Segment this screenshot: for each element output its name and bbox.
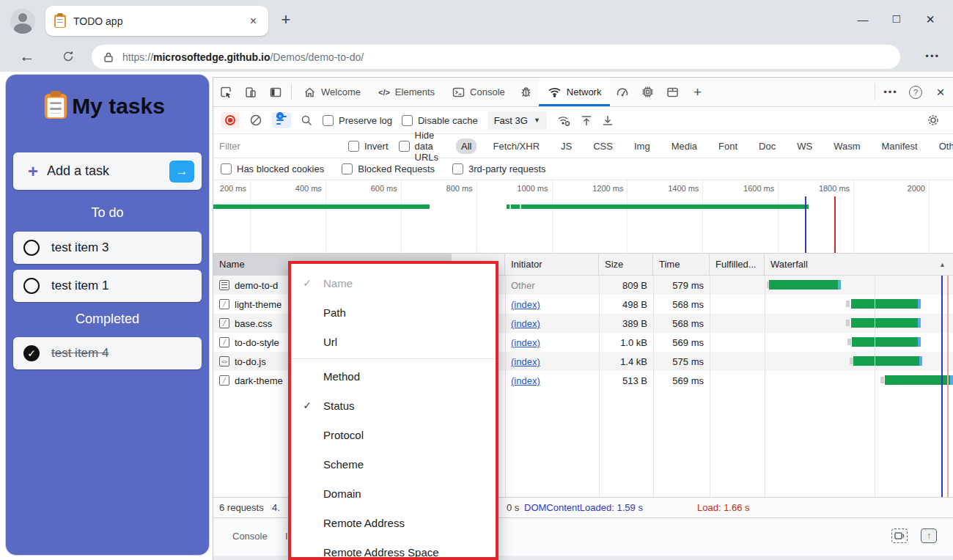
search-icon[interactable] bbox=[301, 114, 313, 127]
hide-data-urls-checkbox[interactable]: Hide data URLs bbox=[399, 130, 439, 163]
waterfall-bar[interactable] bbox=[885, 375, 951, 385]
initiator-link[interactable]: (index) bbox=[511, 375, 540, 386]
initiator-link[interactable]: (index) bbox=[511, 299, 540, 310]
filter-toggle-icon[interactable]: × bbox=[272, 112, 291, 128]
network-settings-gear-icon[interactable] bbox=[927, 114, 940, 127]
dock-side-icon[interactable] bbox=[263, 78, 288, 106]
filter-type-all[interactable]: All bbox=[456, 139, 476, 154]
disable-cache-checkbox[interactable]: Disable cache bbox=[402, 115, 478, 126]
waterfall-bar[interactable] bbox=[769, 280, 839, 290]
menu-item-url[interactable]: Url bbox=[291, 327, 496, 356]
waterfall-bar[interactable] bbox=[853, 356, 920, 366]
column-header-size[interactable]: Size bbox=[599, 254, 653, 275]
checkmark-icon: ✓ bbox=[291, 277, 323, 289]
filter-type-fetch-xhr[interactable]: Fetch/XHR bbox=[487, 139, 545, 154]
back-button[interactable]: ← bbox=[15, 41, 40, 72]
new-tab-button[interactable]: + bbox=[276, 10, 296, 29]
devtools-tab-welcome[interactable]: Welcome bbox=[295, 78, 369, 106]
memory-icon[interactable] bbox=[635, 78, 660, 106]
filter-type-other[interactable]: Other bbox=[934, 139, 953, 154]
browser-tab[interactable]: TODO app × bbox=[45, 6, 268, 36]
waterfall-bar[interactable] bbox=[852, 337, 919, 347]
has-blocked-cookies-checkbox[interactable]: Has blocked cookies bbox=[221, 163, 324, 174]
task-item[interactable]: test item 3 bbox=[13, 232, 202, 264]
devtools-tab-network[interactable]: Network bbox=[539, 78, 611, 106]
menu-item-remote-address-space[interactable]: Remote Address Space bbox=[291, 537, 496, 560]
clear-network-log-button[interactable] bbox=[249, 114, 262, 127]
initiator-link[interactable]: (index) bbox=[511, 318, 540, 329]
menu-item-protocol[interactable]: Protocol bbox=[291, 420, 496, 449]
filter-type-manifest[interactable]: Manifest bbox=[877, 139, 923, 154]
filter-type-media[interactable]: Media bbox=[666, 139, 702, 154]
size-cell: 1.4 kB bbox=[599, 352, 653, 371]
menu-item-status[interactable]: ✓Status bbox=[291, 391, 496, 420]
filter-type-img[interactable]: Img bbox=[629, 139, 655, 154]
waterfall-bar[interactable] bbox=[851, 318, 919, 328]
filter-type-font[interactable]: Font bbox=[713, 139, 743, 154]
add-task-field[interactable]: + Add a task → bbox=[13, 152, 202, 190]
record-network-log-button[interactable] bbox=[221, 112, 240, 128]
initiator-link[interactable]: (index) bbox=[511, 337, 540, 348]
menu-item-scheme[interactable]: Scheme bbox=[291, 449, 496, 479]
tab-close-icon[interactable]: × bbox=[247, 15, 260, 28]
filter-type-js[interactable]: JS bbox=[556, 139, 577, 154]
refresh-button[interactable] bbox=[56, 41, 81, 72]
filter-type-ws[interactable]: WS bbox=[792, 139, 817, 154]
devtools-tab-elements[interactable]: </>Elements bbox=[369, 78, 444, 106]
export-har-icon[interactable] bbox=[602, 114, 614, 127]
column-header-initiator[interactable]: Initiator bbox=[505, 254, 599, 275]
help-icon[interactable]: ? bbox=[903, 78, 928, 106]
waterfall-connect-tick bbox=[847, 339, 851, 345]
filter-type-css[interactable]: CSS bbox=[588, 139, 618, 154]
task-item[interactable]: test item 1 bbox=[13, 270, 202, 302]
throttling-dropdown[interactable]: Fast 3G▼ bbox=[487, 111, 547, 130]
stylesheet-file-icon: ╱ bbox=[219, 299, 229, 309]
3rd-party-requests-checkbox[interactable]: 3rd-party requests bbox=[452, 163, 546, 174]
stylesheet-file-icon: ╱ bbox=[219, 318, 229, 328]
device-emulation-icon[interactable] bbox=[238, 78, 263, 106]
invert-checkbox[interactable]: Invert bbox=[348, 141, 389, 152]
submit-task-button[interactable]: → bbox=[169, 161, 194, 183]
column-header-fulfilled[interactable]: Fulfilled... bbox=[710, 254, 765, 275]
waterfall-bar[interactable] bbox=[851, 299, 919, 309]
address-bar[interactable]: https://microsoftedge.github.io/Demos/de… bbox=[92, 45, 900, 69]
network-overview-timeline[interactable]: 200 ms400 ms600 ms800 ms1000 ms1200 ms14… bbox=[213, 180, 953, 254]
plus-icon[interactable]: + bbox=[685, 78, 710, 106]
close-window-button[interactable]: × bbox=[913, 6, 947, 32]
column-header-waterfall[interactable]: Waterfall▲ bbox=[765, 254, 953, 275]
column-header-time[interactable]: Time bbox=[653, 254, 710, 275]
menu-item-method[interactable]: Method bbox=[291, 361, 496, 391]
filter-input[interactable] bbox=[219, 141, 348, 152]
network-conditions-icon[interactable] bbox=[556, 114, 571, 127]
filter-type-wasm[interactable]: Wasm bbox=[828, 139, 865, 154]
profile-avatar[interactable] bbox=[10, 9, 35, 34]
initiator-link[interactable]: (index) bbox=[511, 356, 540, 367]
task-item[interactable]: ✓test item 4 bbox=[13, 337, 202, 369]
menu-item-domain[interactable]: Domain bbox=[291, 479, 496, 508]
bug-icon[interactable] bbox=[514, 78, 539, 106]
menu-item-remote-address[interactable]: Remote Address bbox=[291, 508, 496, 537]
task-unchecked-icon[interactable] bbox=[23, 240, 40, 256]
preserve-log-checkbox[interactable]: Preserve log bbox=[323, 115, 392, 126]
devtools-close-icon[interactable]: × bbox=[928, 78, 953, 106]
minimize-button[interactable]: — bbox=[846, 6, 880, 32]
expand-drawer-icon[interactable]: ↑ bbox=[921, 528, 937, 543]
task-checked-icon[interactable]: ✓ bbox=[23, 345, 40, 361]
maximize-button[interactable]: □ bbox=[880, 6, 913, 32]
dock-drawer-icon[interactable] bbox=[891, 528, 908, 543]
application-icon[interactable] bbox=[660, 78, 685, 106]
filter-type-doc[interactable]: Doc bbox=[754, 139, 781, 154]
menu-item-path[interactable]: Path bbox=[291, 298, 496, 327]
network-filter-bar: Invert Hide data URLs AllFetch/XHRJSCSSI… bbox=[213, 134, 953, 158]
performance-icon[interactable] bbox=[610, 78, 635, 106]
blocked-requests-checkbox[interactable]: Blocked Requests bbox=[342, 163, 435, 174]
browser-menu-button[interactable]: ••• bbox=[925, 51, 940, 62]
drawer-tab-console[interactable]: Console bbox=[232, 531, 268, 542]
devtools-more-menu[interactable]: ••• bbox=[878, 78, 903, 106]
devtools-tab-console[interactable]: Console bbox=[444, 78, 514, 106]
inspect-element-icon[interactable] bbox=[213, 78, 238, 106]
import-har-icon[interactable] bbox=[581, 114, 592, 127]
sort-ascending-icon: ▲ bbox=[939, 261, 946, 268]
task-unchecked-icon[interactable] bbox=[23, 278, 40, 294]
time-cell: 575 ms bbox=[653, 352, 710, 371]
